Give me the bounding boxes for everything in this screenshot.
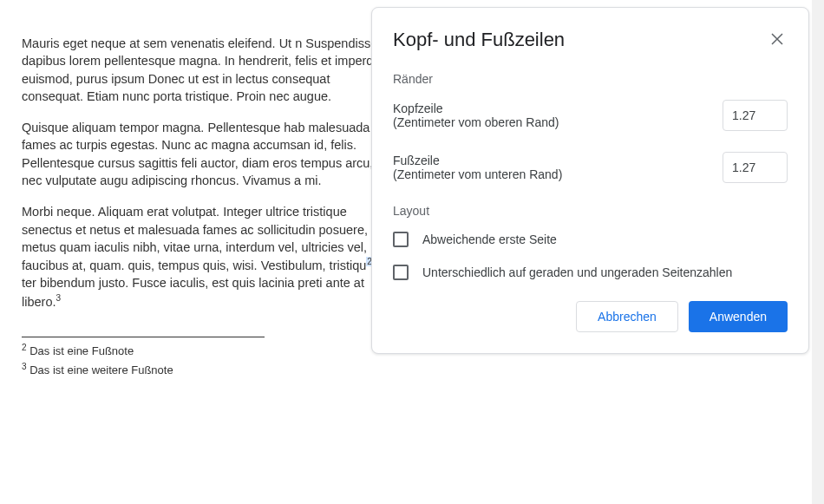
footnote: 3 Das ist eine weitere Fußnote	[22, 360, 395, 379]
footnote-ref[interactable]: 3	[56, 293, 62, 303]
close-icon[interactable]	[767, 29, 788, 49]
different-odd-even-checkbox[interactable]	[393, 265, 409, 280]
different-first-page-row: Abweichende erste Seite	[393, 232, 788, 247]
margins-section-label: Ränder	[393, 72, 788, 86]
footer-margin-sublabel: (Zentimeter vom unteren Rand)	[393, 167, 723, 181]
paragraph: Morbi neque. Aliquam erat volutpat. Inte…	[22, 203, 395, 310]
cancel-button[interactable]: Abbrechen	[576, 301, 678, 332]
footer-margin-row: Fußzeile (Zentimeter vom unteren Rand)	[393, 152, 788, 183]
paragraph: Mauris eget neque at sem venenatis eleif…	[22, 35, 395, 105]
scrollbar[interactable]	[812, 0, 824, 504]
dialog-header: Kopf- und Fußzeilen	[393, 29, 788, 51]
document-page: Mauris eget neque at sem venenatis eleif…	[0, 0, 416, 396]
different-first-page-checkbox[interactable]	[393, 232, 409, 247]
headers-footers-dialog: Kopf- und Fußzeilen Ränder Kopfzeile (Ze…	[371, 7, 809, 354]
header-margin-sublabel: (Zentimeter vom oberen Rand)	[393, 115, 723, 129]
footnote-separator	[22, 337, 265, 337]
dialog-footer: Abbrechen Anwenden	[393, 301, 788, 332]
different-odd-even-row: Unterschiedlich auf geraden und ungerade…	[393, 265, 788, 280]
footer-margin-input[interactable]	[723, 152, 788, 183]
footer-margin-label: Fußzeile	[393, 154, 723, 167]
paragraph: Quisque aliquam tempor magna. Pellentesq…	[22, 119, 395, 189]
header-margin-input[interactable]	[723, 100, 788, 131]
header-margin-row: Kopfzeile (Zentimeter vom oberen Rand)	[393, 100, 788, 131]
header-margin-label: Kopfzeile	[393, 101, 723, 115]
different-odd-even-label: Unterschiedlich auf geraden und ungerade…	[422, 265, 732, 279]
layout-section-label: Layout	[393, 204, 788, 218]
dialog-title: Kopf- und Fußzeilen	[393, 29, 565, 51]
apply-button[interactable]: Anwenden	[689, 301, 788, 332]
footnote: 2 Das ist eine Fußnote	[22, 341, 395, 360]
different-first-page-label: Abweichende erste Seite	[422, 232, 557, 246]
